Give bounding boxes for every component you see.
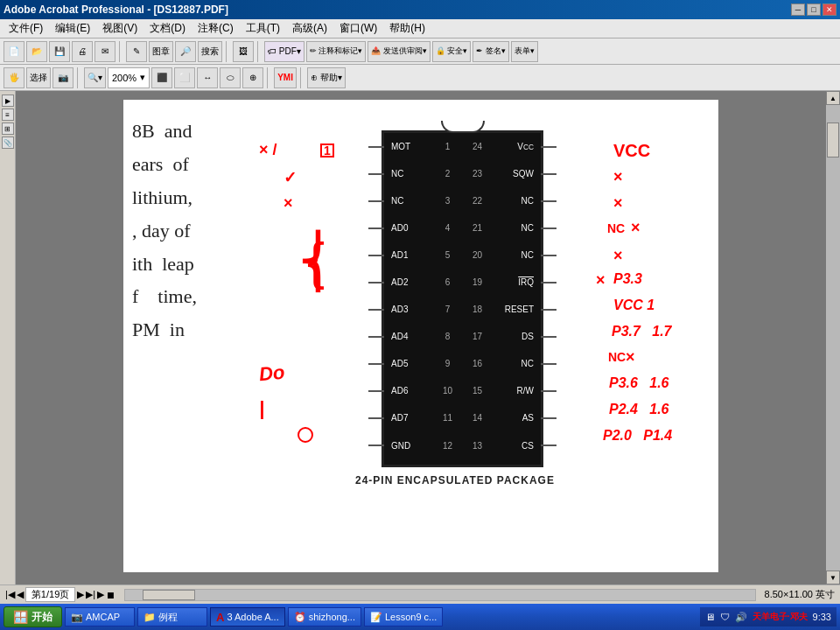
ymi-button[interactable]: YМI (274, 67, 297, 88)
page-number-nav[interactable]: |◀ ◀ 第1/19页 ▶ ▶| ▶ ⏹ (5, 587, 116, 602)
new-button[interactable]: 📄 (4, 41, 24, 62)
sign-button[interactable]: ✒ 签名▾ (472, 41, 509, 62)
text-line-7: PM in (132, 316, 197, 344)
document-page: 8B and ears of lithium, , day of ith lea… (123, 100, 718, 572)
security-button[interactable]: 🔒 安全▾ (432, 41, 472, 62)
annotation-p: | (259, 397, 264, 420)
zoom-value: 200% (112, 73, 136, 83)
menu-edit[interactable]: 编辑(E) (50, 19, 95, 38)
restore-button[interactable]: □ (807, 4, 821, 16)
search-text-button[interactable]: 搜索 (198, 41, 222, 62)
taskbar-item-acrobat[interactable]: A 3 Adobe A... (210, 607, 285, 626)
hand-button[interactable]: 🖐 (4, 67, 24, 88)
annotation-nc22-x: × (613, 194, 623, 213)
acrobat-label: 3 Adobe A... (227, 612, 278, 622)
select-button[interactable]: 选择 (26, 67, 51, 88)
minimize-button[interactable]: ─ (791, 4, 805, 16)
zoom-in-button[interactable]: ⊕ (242, 67, 263, 88)
pdf-button[interactable]: 🏷 PDF▾ (264, 41, 304, 62)
taskbar-item-amcap[interactable]: 📷 AMCAP (65, 607, 135, 626)
system-tray: 🖥 🛡 🔊 天羊电子·邓夫 9:33 (700, 607, 836, 626)
scrollbar-horizontal-container (124, 589, 755, 601)
annotation-mot-box: 1 (320, 144, 334, 158)
text-line-1: 8B and (132, 117, 197, 145)
stop-button[interactable]: ⏹ (106, 590, 116, 600)
snapshot-button[interactable]: 📷 (52, 67, 74, 88)
tray-clock: 9:33 (813, 612, 831, 622)
ic-package-label: 24-PIN ENCAPSULATED PACKAGE (355, 474, 555, 486)
fit-width-button[interactable]: ⬜ (174, 67, 195, 88)
scroll-down-button[interactable]: ▼ (826, 570, 840, 584)
main-area: ▶ ≡ ⊞ 📎 8B and ears of lithium, , day of… (0, 91, 840, 584)
panel-btn-2[interactable]: ≡ (2, 108, 14, 121)
menu-file[interactable]: 文件(F) (4, 19, 48, 38)
menu-advanced[interactable]: 高级(A) (287, 19, 332, 38)
annotation-button[interactable]: ✏ 注释和标记▾ (306, 41, 367, 62)
menu-document[interactable]: 文档(D) (144, 19, 191, 38)
actual-size-button[interactable]: ↔ (197, 67, 218, 88)
save-button[interactable]: 💾 (49, 41, 70, 62)
last-page-button[interactable]: ▶| (86, 589, 95, 600)
panel-btn-1[interactable]: ▶ (2, 94, 14, 107)
menu-tools[interactable]: 工具(T) (241, 19, 285, 38)
search-button[interactable]: 🔎 (175, 41, 196, 62)
folder-label: 例程 (158, 611, 178, 624)
zoom-dropdown-icon[interactable]: ▾ (140, 72, 145, 83)
annotation-do: Do (258, 361, 285, 386)
zoom-select[interactable]: 200% ▾ (108, 67, 150, 88)
vertical-scrollbar[interactable]: ▲ ▼ (826, 91, 840, 584)
taskbar-item-lesson[interactable]: 📝 Lesson9 c... (364, 607, 443, 626)
play-button[interactable]: ▶ (97, 589, 104, 600)
next-page-button[interactable]: ▶ (77, 589, 84, 600)
text-line-2: ears of (132, 150, 197, 178)
annotation-nc2-cross: ✓ (284, 168, 297, 187)
prev-page-button[interactable]: ◀ (17, 589, 24, 600)
taskbar: 🪟 开始 📷 AMCAP 📁 例程 A 3 Adobe A... ⏰ shizh… (0, 604, 840, 630)
menu-comment[interactable]: 注释(C) (192, 19, 239, 38)
email-button[interactable]: ✉ (94, 41, 116, 62)
panel-btn-3[interactable]: ⊞ (2, 122, 14, 135)
annotation-ds: P3.7 1.7 (612, 324, 672, 340)
annotation-nc16-x: NC (608, 350, 626, 364)
taskbar-item-folder[interactable]: 📁 例程 (137, 607, 207, 626)
menu-view[interactable]: 视图(V) (97, 19, 143, 38)
scroll-thumb[interactable] (827, 122, 839, 158)
document-area[interactable]: 8B and ears of lithium, , day of ith lea… (16, 91, 826, 584)
annotation-vcc-right: VCC (613, 141, 650, 161)
annotation-reset: VCC 1 (613, 298, 654, 313)
screenshot-button[interactable]: 🖼 (233, 41, 254, 62)
menu-help[interactable]: 帮助(H) (384, 19, 430, 38)
zoom-out-button[interactable]: 🔍▾ (84, 67, 106, 88)
separator-1 (119, 41, 122, 62)
page-indicator: 第1/19页 (25, 587, 75, 602)
menu-bar: 文件(F) 编辑(E) 视图(V) 文档(D) 注释(C) 工具(T) 高级(A… (0, 19, 840, 38)
print-button[interactable]: 🖨 (72, 41, 93, 62)
close-button[interactable]: ✕ (822, 4, 836, 16)
separator-6 (300, 67, 304, 88)
amcap-icon: 📷 (71, 612, 83, 623)
separator-3 (257, 41, 261, 62)
first-page-button[interactable]: |◀ (5, 589, 15, 600)
form-button[interactable]: 表单▾ (511, 41, 538, 62)
stamp-button[interactable]: 图章 (149, 41, 173, 62)
taskbar-item-shizhong[interactable]: ⏰ shizhong... (288, 607, 361, 626)
reflow-button[interactable]: ⬭ (220, 67, 241, 88)
amcap-label: AMCAP (86, 612, 120, 622)
help-dropdown-button[interactable]: ⊕ 帮助▾ (307, 67, 346, 88)
separator-5 (267, 67, 270, 88)
annotation-nc16-x2: × (626, 348, 635, 367)
panel-btn-4[interactable]: 📎 (2, 136, 14, 149)
text-line-4: , day of (132, 217, 197, 245)
review-button[interactable]: 📤 发送供审阅▾ (368, 41, 430, 62)
page-size-info: 8.50×11.00 英寸 (765, 588, 835, 601)
scroll-track[interactable] (826, 105, 840, 570)
menu-window[interactable]: 窗口(W) (334, 19, 382, 38)
start-button[interactable]: 🪟 开始 (4, 606, 62, 627)
edit-button[interactable]: ✎ (126, 41, 147, 62)
fit-page-button[interactable]: ⬛ (151, 67, 172, 88)
annotation-mot-cross: × / (259, 141, 277, 159)
open-button[interactable]: 📂 (26, 41, 47, 62)
window-controls[interactable]: ─ □ ✕ (791, 4, 836, 16)
scroll-up-button[interactable]: ▲ (826, 91, 840, 105)
lesson-icon: 📝 (370, 612, 382, 623)
